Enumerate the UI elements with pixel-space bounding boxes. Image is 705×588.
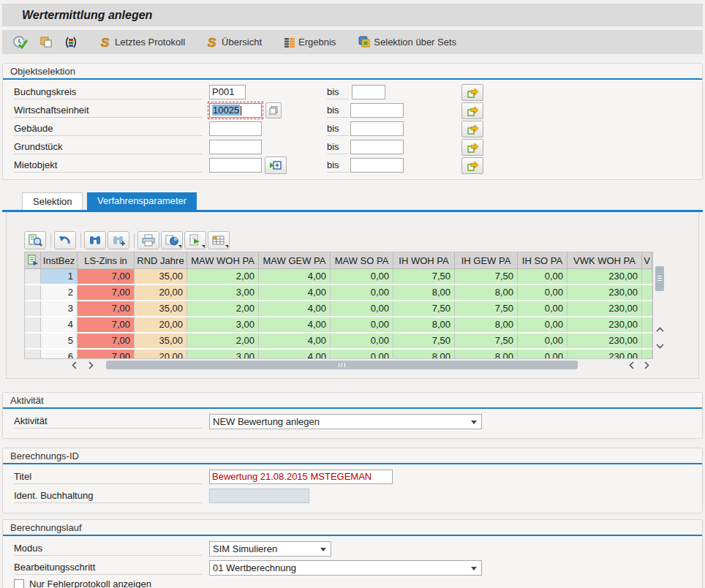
selection-via-sets-button[interactable]: Selektion über Sets [355,34,459,50]
tab-verfahrensparameter[interactable]: Verfahrensparameter [87,192,197,210]
grid-row-selector[interactable] [25,285,41,300]
undo-button[interactable] [54,231,76,249]
find-next-button[interactable] [108,231,129,249]
bearbeitungsschritt-dropdown[interactable]: 01 Wertberechnung [209,560,482,576]
last-protocol-button[interactable]: S Letztes Protokoll [97,34,188,50]
grid-cell[interactable]: 7,50 [455,301,518,316]
grid-column-header[interactable]: LS-Zins in [78,252,135,269]
gebaeude-bis-input[interactable] [350,121,404,136]
wirtschaftseinheit-input[interactable]: 10025 [209,103,262,118]
grid-cell[interactable]: 7,00 [78,301,135,316]
modus-dropdown[interactable]: SIM Simulieren [209,541,331,557]
grid-cell[interactable]: 8,00 [455,350,518,359]
grid-horizontal-scrollbar[interactable] [24,360,653,370]
grid-cell[interactable]: 0,00 [518,301,568,316]
grid-cell[interactable]: 4,00 [259,285,331,300]
chart-menu-button[interactable] [161,231,183,249]
grid-column-header[interactable]: MAW WOH PA [187,252,259,269]
grid-cell[interactable]: 7,50 [393,333,455,348]
grid-cell[interactable]: 7,00 [78,350,135,359]
grid-row-selector[interactable] [25,269,41,284]
grid-cell[interactable]: 0,00 [331,333,393,348]
grid-cell[interactable]: 0,00 [331,350,393,359]
grundstueck-bis-input[interactable] [350,140,404,154]
grid-cell[interactable] [642,285,652,300]
execute-with-variant-button[interactable] [36,34,56,50]
grid-cell[interactable]: 7,00 [78,333,135,348]
error-log-only-checkbox[interactable] [14,579,24,588]
grid-cell[interactable]: 7,00 [78,317,135,332]
vertical-scrollbar-thumb[interactable] [655,266,664,291]
grid-column-header[interactable]: InstBez [41,252,78,269]
grundstueck-input[interactable] [209,140,262,154]
grid-cell[interactable]: 35,00 [135,269,187,284]
grid-cell[interactable]: 0,00 [518,350,568,359]
grid-row-selector[interactable] [25,317,41,332]
grid-cell[interactable]: 0,00 [331,301,393,316]
overview-button[interactable]: S Übersicht [204,34,265,50]
grid-cell[interactable]: 0,00 [518,333,568,348]
grid-cell[interactable]: 2,00 [187,269,259,284]
grid-cell[interactable]: 3 [41,301,78,316]
grid-cell[interactable]: 230,00 [568,350,642,359]
horizontal-scrollbar-thumb[interactable] [106,361,578,369]
grid-cell[interactable]: 230,00 [568,317,642,332]
grid-cell[interactable]: 3,00 [187,350,259,359]
grid-cell[interactable]: 4,00 [259,269,331,284]
titel-input[interactable]: Bewertung 21.08.2015 MSTEGEMAN [209,470,393,484]
grid-cell[interactable]: 0,00 [331,285,393,300]
grid-cell[interactable]: 7,50 [455,333,518,348]
wirtschaftseinheit-bis-input[interactable] [350,103,404,118]
grid-column-header[interactable]: IH GEW PA [455,252,518,269]
grid-cell[interactable]: 8,00 [393,350,455,359]
grid-cell[interactable]: 6 [41,350,78,359]
grid-cell[interactable] [642,350,652,359]
grid-cell[interactable]: 35,00 [135,301,187,316]
print-button[interactable] [137,231,159,249]
scroll-left-end-button[interactable] [627,360,637,370]
grid-column-header[interactable]: IH SO PA [518,252,568,269]
scroll-down-button[interactable] [655,341,665,351]
grid-select-all-header[interactable] [25,252,41,269]
grid-cell[interactable]: 4,00 [259,301,331,316]
grid-cell[interactable]: 2,00 [187,301,259,316]
grid-cell[interactable]: 4 [41,317,78,332]
buchungskreis-multi-select-button[interactable] [461,84,483,101]
execute-button[interactable] [10,34,31,51]
grid-cell[interactable]: 20,00 [135,285,187,300]
mietobjekt-bis-input[interactable] [350,158,404,173]
scroll-right-end-button[interactable] [641,360,652,370]
grid-row-selector[interactable] [25,301,41,316]
scroll-right-button[interactable] [86,360,96,370]
activity-dropdown[interactable]: NEW Bewertung anlegen [209,414,482,429]
grid-column-header[interactable]: IH WOH PA [393,252,455,269]
grid-cell[interactable] [642,269,652,284]
grid-cell[interactable]: 7,50 [393,301,455,316]
grid-cell[interactable]: 4,00 [259,333,331,348]
grid-cell[interactable]: 8,00 [455,285,518,300]
grid-row-selector[interactable] [25,333,41,348]
grid-cell[interactable]: 0,00 [331,317,393,332]
grid-cell[interactable]: 230,00 [568,301,642,316]
wirtschaftseinheit-matchcode-button[interactable] [265,102,282,118]
grid-cell[interactable]: 3,00 [187,317,259,332]
get-variant-button[interactable] [61,34,81,50]
grid-cell[interactable]: 230,00 [568,333,642,348]
mietobjekt-multi-select-button[interactable] [461,157,483,174]
grid-cell[interactable]: 35,00 [135,333,187,348]
layout-menu-button[interactable] [208,231,230,249]
scroll-up-button[interactable] [655,325,665,335]
grid-cell[interactable]: 20,00 [135,317,187,332]
grid-cell[interactable] [642,301,652,316]
grid-cell[interactable]: 230,00 [568,269,642,284]
grid-column-header[interactable]: MAW GEW PA [259,252,331,269]
grid-column-header[interactable]: MAW SO PA [331,252,393,269]
grid-cell[interactable]: 4,00 [259,317,331,332]
grid-cell[interactable]: 7,50 [455,269,518,284]
grid-cell[interactable]: 8,00 [455,317,518,332]
tab-selektion[interactable]: Selektion [22,192,83,210]
grid-cell[interactable]: 230,00 [568,285,642,300]
result-button[interactable]: Ergebnis [281,35,339,49]
grid-row-selector[interactable] [25,350,41,359]
grid-cell[interactable]: 0,00 [518,285,568,300]
